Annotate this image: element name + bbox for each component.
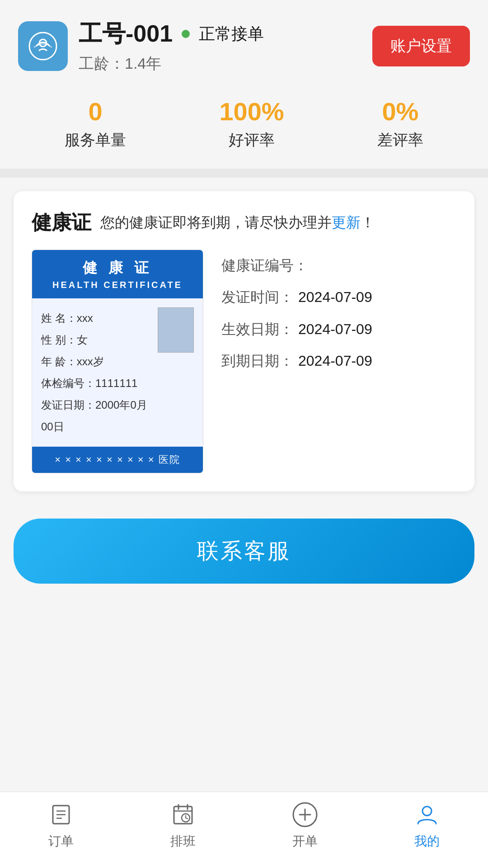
worker-exp: 工龄：1.4年: [79, 53, 264, 74]
cert-img-text: 姓 名：xxx 性 别：女 年 龄：xxx岁 体检编号：1111111 发证日期…: [41, 307, 153, 438]
health-title: 健康证: [32, 209, 91, 236]
contact-service-button[interactable]: 联系客服: [14, 519, 474, 584]
stat-good-rate: 100% 好评率: [219, 97, 284, 151]
worker-id: 工号-001 正常接单: [79, 18, 264, 50]
header: 工号-001 正常接单 工龄：1.4年 账户设置: [0, 0, 488, 88]
health-notice: 您的健康证即将到期，请尽快办理并更新！: [100, 213, 375, 233]
nav-label-order: 订单: [48, 833, 74, 850]
health-card-body: 健 康 证 HEALTH CERTIFICATE 姓 名：xxx 性 别：女 年…: [32, 250, 456, 473]
section-divider: [0, 169, 488, 178]
order-icon: [47, 801, 75, 828]
schedule-icon: [169, 801, 197, 828]
cert-detail-number: 健康证编号：: [221, 250, 456, 281]
stat-label-good: 好评率: [219, 130, 284, 151]
cert-detail-effective-date: 生效日期： 2024-07-09: [221, 313, 456, 345]
status-text: 正常接单: [199, 23, 264, 45]
stat-service-count: 0 服务单量: [65, 97, 126, 151]
cert-img-header: 健 康 证 HEALTH CERTIFICATE: [32, 250, 203, 298]
cert-img-footer: × × × × × × × × × × 医院: [32, 447, 203, 473]
stats-section: 0 服务单量 100% 好评率 0% 差评率: [0, 88, 488, 169]
nav-item-create-order[interactable]: 开单: [244, 801, 366, 850]
cert-detail-issue-time: 发证时间： 2024-07-09: [221, 281, 456, 313]
header-info: 工号-001 正常接单 工龄：1.4年: [79, 18, 264, 74]
nav-label-schedule: 排班: [170, 833, 196, 850]
cert-photo: [158, 307, 194, 353]
health-update-link[interactable]: 更新: [332, 214, 361, 231]
stat-label-service: 服务单量: [65, 130, 126, 151]
contact-btn-wrap: 联系客服: [0, 505, 488, 602]
cert-detail-expiry-date: 到期日期： 2024-07-09: [221, 345, 456, 377]
nav-label-create: 开单: [292, 833, 318, 850]
header-left: 工号-001 正常接单 工龄：1.4年: [18, 18, 264, 74]
cert-details: 健康证编号： 发证时间： 2024-07-09 生效日期： 2024-07-09…: [221, 250, 456, 377]
app-logo: [18, 21, 68, 71]
nav-label-profile: 我的: [414, 833, 440, 850]
profile-icon: [413, 801, 441, 828]
stat-label-bad: 差评率: [377, 130, 423, 151]
cert-img-body: 姓 名：xxx 性 别：女 年 龄：xxx岁 体检编号：1111111 发证日期…: [32, 298, 203, 447]
health-card: 健康证 您的健康证即将到期，请尽快办理并更新！ 健 康 证 HEALTH CER…: [14, 191, 474, 491]
nav-item-order[interactable]: 订单: [0, 801, 122, 850]
cert-image: 健 康 证 HEALTH CERTIFICATE 姓 名：xxx 性 别：女 年…: [32, 250, 203, 473]
account-settings-button[interactable]: 账户设置: [372, 26, 470, 66]
bottom-nav: 订单 排班 开单: [0, 792, 488, 868]
stat-value-good: 100%: [219, 97, 284, 126]
svg-point-14: [422, 807, 432, 816]
status-dot: [182, 30, 190, 38]
stat-value-service: 0: [65, 97, 126, 126]
nav-item-profile[interactable]: 我的: [366, 801, 488, 850]
stat-value-bad: 0%: [377, 97, 423, 126]
nav-item-schedule[interactable]: 排班: [122, 801, 244, 850]
health-card-header: 健康证 您的健康证即将到期，请尽快办理并更新！: [32, 209, 456, 236]
stat-bad-rate: 0% 差评率: [377, 97, 423, 151]
add-icon: [291, 801, 319, 828]
